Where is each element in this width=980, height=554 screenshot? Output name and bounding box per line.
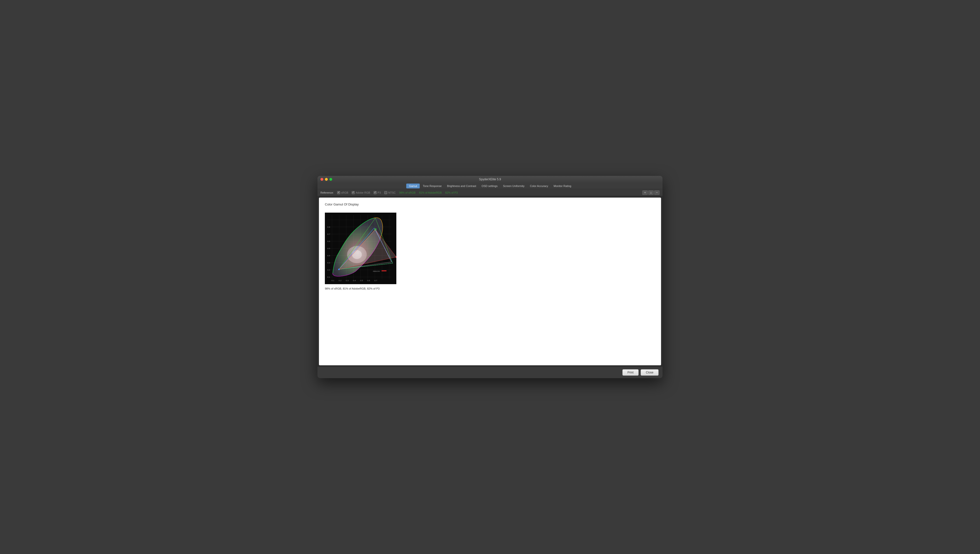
tab-bar: Gamut Tone Response Brightness and Contr… (317, 183, 663, 189)
svg-text:0.6: 0.6 (327, 240, 330, 243)
application-window: SpyderXElite 5.9 Gamut Tone Response Bri… (317, 176, 663, 378)
svg-text:0.4: 0.4 (327, 255, 330, 257)
content-area: Color Gamut Of Display (319, 198, 661, 365)
ref-p3-value: 82% of P3 (445, 191, 458, 194)
close-window-button[interactable] (320, 178, 323, 181)
section-title: Color Gamut Of Display (325, 203, 655, 206)
print-button[interactable]: Print (622, 369, 639, 376)
ref-adobe-value: 81% of AdobeRGB (419, 191, 442, 194)
svg-text:0.8: 0.8 (327, 226, 330, 228)
ref-srgb-checkbox[interactable] (337, 191, 340, 194)
reference-label: Reference: (320, 191, 334, 194)
zoom-reset-button[interactable]: ⌂ (648, 190, 654, 195)
ref-ntsc-checkbox[interactable] (384, 191, 387, 194)
tab-screen-uniformity[interactable]: Screen Uniformity (501, 184, 527, 188)
window-title: SpyderXElite 5.9 (479, 177, 501, 181)
gamut-container: Color Gamut Of Display (325, 203, 655, 290)
ref-adobe-rgb-label: Adobe RGB (356, 191, 370, 194)
svg-point-41 (375, 229, 376, 230)
gamut-description: 98% of sRGB, 81% of AdobeRGB, 82% of P3 (325, 287, 655, 290)
tab-color-accuracy[interactable]: Color Accuracy (527, 184, 550, 188)
traffic-lights (320, 178, 332, 181)
ref-p3-label: P3 (378, 191, 381, 194)
svg-text:0.5: 0.5 (327, 247, 330, 250)
svg-text:0.1: 0.1 (331, 279, 334, 282)
ref-p3: P3 (374, 191, 381, 194)
gamut-svg: 0.1 0.2 0.3 0.4 0.5 0.6 0.7 0.1 0.2 0.3 … (325, 212, 396, 284)
svg-text:0.3: 0.3 (327, 262, 330, 264)
ref-p3-checkbox[interactable] (374, 191, 377, 194)
zoom-controls: + ⌂ − (642, 190, 660, 195)
gamut-chart: 0.1 0.2 0.3 0.4 0.5 0.6 0.7 0.1 0.2 0.3 … (325, 212, 396, 284)
svg-text:0.7: 0.7 (327, 233, 330, 235)
ref-adobe-rgb: Adobe RGB (352, 191, 370, 194)
ref-ntsc-label: NTSC (388, 191, 396, 194)
maximize-window-button[interactable] (329, 178, 332, 181)
svg-text:datacolor: datacolor (373, 270, 380, 272)
bottom-bar: Print Close (317, 367, 663, 378)
svg-text:0.1: 0.1 (327, 276, 330, 278)
svg-text:0.5: 0.5 (360, 279, 363, 282)
ref-srgb-value: 98% of sRGB (399, 191, 415, 194)
tab-monitor-rating[interactable]: Monitor Rating (551, 184, 574, 188)
reference-bar: Reference: sRGB Adobe RGB P3 NTSC 98% of… (317, 189, 663, 196)
svg-rect-45 (382, 270, 387, 271)
svg-point-42 (338, 268, 340, 270)
svg-text:0.2: 0.2 (339, 279, 342, 282)
close-button[interactable]: Close (641, 369, 659, 376)
ref-adobe-rgb-checkbox[interactable] (352, 191, 355, 194)
minimize-window-button[interactable] (325, 178, 328, 181)
tab-brightness-contrast[interactable]: Brightness and Contrast (445, 184, 479, 188)
ref-srgb-label: sRGB (341, 191, 348, 194)
tab-gamut[interactable]: Gamut (406, 184, 420, 188)
tab-tone-response[interactable]: Tone Response (420, 184, 444, 188)
ref-ntsc: NTSC (384, 191, 396, 194)
title-bar: SpyderXElite 5.9 (317, 176, 663, 183)
svg-text:0.4: 0.4 (353, 279, 356, 282)
svg-text:0.3: 0.3 (346, 279, 349, 282)
zoom-out-button[interactable]: − (654, 190, 660, 195)
svg-text:0.7: 0.7 (374, 279, 377, 282)
ref-srgb: sRGB (337, 191, 348, 194)
svg-text:0.6: 0.6 (367, 279, 370, 282)
svg-text:0.2: 0.2 (327, 269, 330, 271)
zoom-in-button[interactable]: + (642, 190, 648, 195)
tab-osd-settings[interactable]: OSD settings (479, 184, 500, 188)
